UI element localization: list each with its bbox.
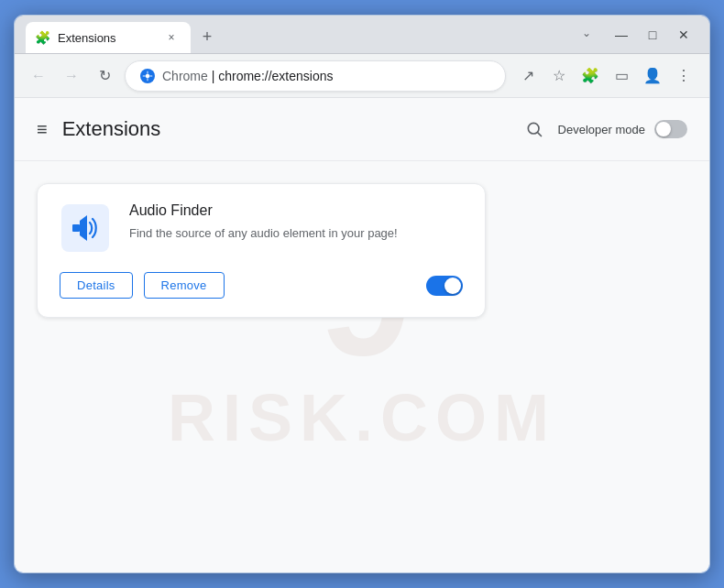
developer-mode-label: Developer mode (558, 123, 645, 136)
omnibox-url: chrome://extensions (218, 69, 333, 83)
details-button[interactable]: Details (60, 272, 133, 299)
browser-window: 🧩 Extensions × + ⌄ — □ ✕ ← → ↻ (14, 15, 710, 573)
new-tab-button[interactable]: + (194, 24, 220, 49)
menu-icon[interactable]: ⋮ (669, 61, 698, 91)
maximize-button[interactable]: □ (638, 22, 667, 48)
extension-card-footer: Details Remove (60, 272, 463, 299)
extension-info: Audio Finder Find the source of any audi… (129, 202, 463, 243)
extension-enabled-toggle[interactable] (426, 276, 463, 296)
hamburger-menu-icon[interactable]: ≡ (37, 119, 48, 140)
tab-area: 🧩 Extensions × + (26, 16, 566, 53)
omnibox-favicon (140, 69, 155, 83)
window-controls: — □ ✕ (607, 22, 698, 48)
omnibox-text: Chrome | chrome://extensions (162, 69, 490, 83)
watermark-text: RISK.COM (168, 380, 556, 455)
bookmark-icon[interactable]: ☆ (544, 61, 574, 91)
remove-button[interactable]: Remove (144, 272, 225, 299)
address-bar: ← → ↻ Chrome | chrome://extensions ↗ ☆ 🧩… (15, 54, 709, 98)
share-icon[interactable]: ↗ (513, 61, 543, 91)
tab-chevron-icon[interactable]: ⌄ (574, 20, 599, 46)
browser-tab[interactable]: 🧩 Extensions × (26, 22, 191, 53)
forward-button[interactable]: → (59, 63, 84, 89)
omnibox-brand: Chrome (162, 69, 208, 83)
sidebar-icon[interactable]: ▭ (607, 61, 636, 91)
page-title: Extensions (62, 117, 518, 141)
svg-point-2 (528, 123, 539, 134)
title-bar: 🧩 Extensions × + ⌄ — □ ✕ (15, 16, 709, 54)
svg-line-3 (537, 133, 541, 136)
close-button[interactable]: ✕ (669, 22, 698, 48)
page-content: 9 RISK.COM ≡ Extensions Developer mode (15, 98, 709, 572)
extension-card-header: Audio Finder Find the source of any audi… (60, 202, 463, 254)
tab-close-button[interactable]: × (163, 29, 180, 46)
toolbar-icons: ↗ ☆ 🧩 ▭ 👤 ⋮ (513, 61, 698, 91)
tab-favicon: 🧩 (35, 30, 50, 45)
profile-icon[interactable]: 👤 (638, 61, 667, 91)
extensions-icon[interactable]: 🧩 (576, 61, 605, 91)
tab-title: Extensions (58, 31, 156, 45)
reload-button[interactable]: ↻ (92, 63, 117, 89)
extension-description: Find the source of any audio element in … (129, 224, 463, 243)
svg-rect-6 (72, 224, 80, 232)
extension-name: Audio Finder (129, 202, 463, 219)
svg-point-1 (146, 73, 150, 78)
extension-cards: Audio Finder Find the source of any audi… (15, 161, 709, 340)
extension-icon (60, 202, 111, 254)
back-button[interactable]: ← (26, 63, 51, 89)
developer-mode-toggle[interactable] (654, 120, 687, 138)
minimize-button[interactable]: — (607, 22, 636, 48)
extensions-header: ≡ Extensions Developer mode (15, 98, 709, 161)
search-button[interactable] (518, 113, 551, 146)
omnibox[interactable]: Chrome | chrome://extensions (125, 60, 506, 92)
extension-card: Audio Finder Find the source of any audi… (37, 183, 486, 318)
